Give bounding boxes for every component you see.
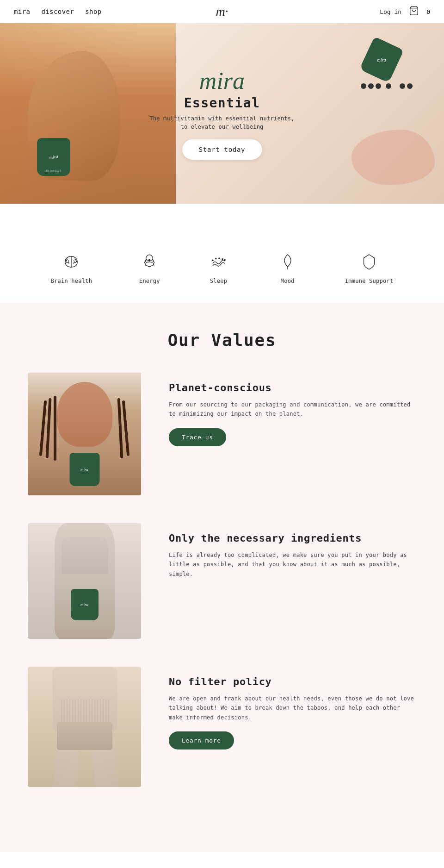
value-block-1: mira Planet-conscious From our sourcing …: [28, 373, 416, 495]
mood-icon: [276, 250, 299, 273]
nav-link-mira[interactable]: mira: [14, 8, 30, 15]
svg-point-6: [218, 257, 220, 259]
values-section: Our Values mira Planet-conscious From ou…: [0, 303, 444, 852]
category-immune-support[interactable]: Immune Support: [345, 250, 394, 284]
hero-section: mira Essential mira mira Essential The m…: [0, 23, 444, 204]
value-image-3: [28, 667, 141, 787]
value-heading-2: Only the necessary ingredients: [169, 532, 416, 544]
sleep-icon: [207, 250, 230, 273]
cart-count: 0: [426, 8, 430, 15]
value-content-3: No filter policy We are open and frank a…: [169, 667, 416, 749]
category-sleep[interactable]: Sleep: [207, 250, 230, 284]
hero-brand: mira: [149, 67, 295, 94]
value-heading-1: Planet-conscious: [169, 382, 416, 393]
learn-more-button[interactable]: Learn more: [169, 731, 234, 749]
nav-links: mira discover shop: [14, 8, 102, 15]
trace-us-button[interactable]: Trace us: [169, 428, 226, 446]
svg-point-4: [212, 260, 214, 262]
brain-health-icon: [60, 250, 83, 273]
start-today-button[interactable]: Start today: [182, 139, 262, 160]
value-text-2: Life is already too complicated, we make…: [169, 550, 416, 579]
value-image-2: mira: [28, 523, 141, 639]
category-mood[interactable]: Mood: [276, 250, 299, 284]
cart-icon[interactable]: [409, 6, 419, 18]
svg-point-8: [224, 259, 226, 261]
nav-link-discover[interactable]: discover: [41, 8, 74, 15]
categories-section: Brain health Energy: [0, 227, 444, 303]
category-brain-health[interactable]: Brain health: [51, 250, 92, 284]
value-block-2: mira Only the necessary ingredients Life…: [28, 523, 416, 639]
value-content-2: Only the necessary ingredients Life is a…: [169, 523, 416, 588]
value-block-3: No filter policy We are open and frank a…: [28, 667, 416, 787]
nav-link-shop[interactable]: shop: [85, 8, 101, 15]
energy-icon: [138, 250, 161, 273]
immune-support-icon: [358, 250, 381, 273]
sleep-label: Sleep: [210, 278, 227, 284]
mood-label: Mood: [281, 278, 295, 284]
svg-point-7: [222, 258, 223, 260]
svg-point-2: [149, 260, 151, 262]
hero-subtitle: The multivitamin with essential nutrient…: [149, 114, 295, 131]
top-navigation: mira discover shop m· Log in 0: [0, 0, 444, 23]
svg-point-5: [215, 258, 217, 260]
site-logo[interactable]: m·: [216, 4, 228, 19]
nav-right: Log in 0: [380, 6, 430, 18]
value-text-1: From our sourcing to our packaging and c…: [169, 400, 416, 419]
hero-content: mira Essential The multivitamin with ess…: [149, 67, 295, 160]
energy-label: Energy: [139, 278, 160, 284]
category-energy[interactable]: Energy: [138, 250, 161, 284]
value-heading-3: No filter policy: [169, 676, 416, 687]
value-content-1: Planet-conscious From our sourcing to ou…: [169, 373, 416, 446]
immune-support-label: Immune Support: [345, 278, 394, 284]
value-image-1: mira: [28, 373, 141, 495]
values-title: Our Values: [28, 331, 416, 350]
hero-title: Essential: [149, 95, 295, 111]
value-text-3: We are open and frank about our health n…: [169, 694, 416, 722]
brain-health-label: Brain health: [51, 278, 92, 284]
login-link[interactable]: Log in: [380, 8, 401, 15]
